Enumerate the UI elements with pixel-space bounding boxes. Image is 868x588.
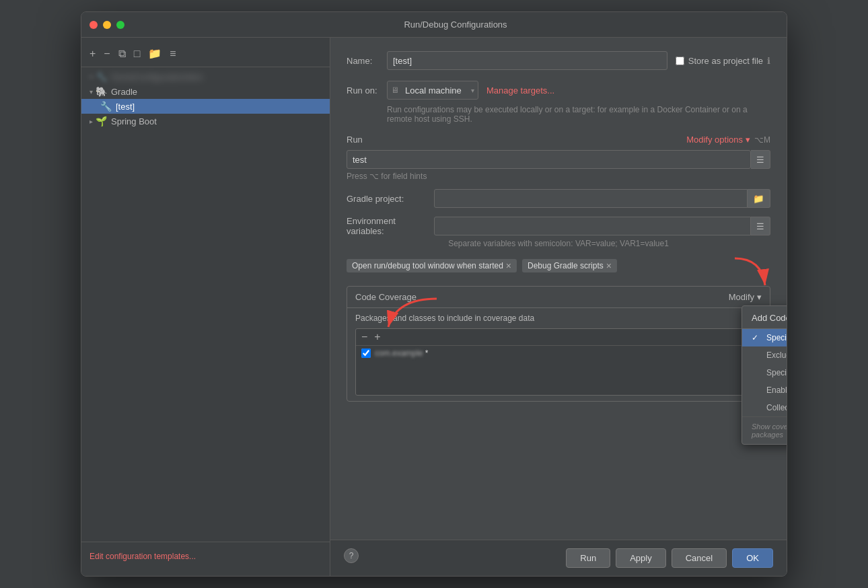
run-button[interactable]: Run — [566, 548, 610, 568]
main-panel: Name: Store as project file ℹ Run on: 🖥 … — [330, 38, 787, 576]
chevron-down-icon: ▾ — [746, 135, 750, 145]
run-section-header: Run Modify options ▾ ⌥M — [347, 135, 770, 145]
popup-specify-label: Specify classes and packages — [766, 333, 787, 342]
env-separator-hint: Separate variables with semicolon: VAR=v… — [347, 239, 770, 248]
popup-branch-label: Enable branch coverage and test tracking — [766, 385, 787, 395]
select-arrow-icon: ▾ — [471, 87, 474, 94]
env-variables-label: Environment variables: — [347, 216, 434, 236]
store-as-project-file-label: Store as project file — [688, 56, 763, 66]
modify-options-shortcut: ⌥M — [754, 135, 770, 145]
copy-config-button[interactable]: ⧉ — [116, 46, 129, 61]
coverage-item-text: com.example * — [375, 348, 428, 358]
gradle-project-row: Gradle project: 📁 — [347, 189, 770, 208]
test-icon: 🔧 — [100, 101, 112, 112]
dialog-content: Name: Store as project file ℹ Run on: 🖥 … — [330, 38, 787, 540]
store-as-project-file-area: Store as project file ℹ — [676, 56, 770, 66]
coverage-list: − + — [355, 328, 762, 396]
coverage-add-button[interactable]: + — [371, 330, 383, 344]
popup-item-exclude[interactable]: Exclude classes and packages — [742, 346, 787, 364]
popup-alternative-label: Specify alternative coverage runner — [766, 368, 787, 377]
cancel-button[interactable]: Cancel — [672, 548, 727, 568]
sort-config-button[interactable]: ≡ — [167, 46, 178, 61]
run-input[interactable] — [347, 150, 751, 169]
spring-boot-arrow-icon: ▸ — [89, 118, 93, 125]
gradle-project-input[interactable] — [434, 189, 748, 208]
spring-boot-icon: 🌱 — [96, 116, 107, 126]
manage-targets-link[interactable]: Manage targets... — [486, 85, 554, 96]
modify-coverage-button[interactable]: Modify ▾ — [729, 292, 762, 302]
run-on-hint: Run configurations may be executed local… — [347, 105, 770, 124]
sidebar-item-test[interactable]: 🔧 [test] — [81, 99, 330, 114]
sidebar: + − ⧉ □ 📁 ≡ ▾ 🔧 SomeConfigurationItem ▾ … — [81, 38, 330, 576]
run-debug-configurations-dialog: Run/Debug Configurations + − ⧉ □ 📁 ≡ ▾ 🔧… — [81, 11, 787, 577]
sidebar-footer: Edit configuration templates... — [81, 542, 330, 571]
traffic-lights — [89, 21, 124, 29]
coverage-label: Packages and classes to include in cover… — [355, 314, 762, 323]
popup-item-alternative[interactable]: Specify alternative coverage runner — [742, 364, 787, 381]
coverage-inner: Packages and classes to include in cover… — [347, 308, 770, 401]
store-as-project-file-checkbox[interactable] — [676, 57, 684, 65]
sidebar-item-spring-boot[interactable]: ▸ 🌱 Spring Boot — [81, 114, 330, 128]
code-coverage-header: Code Coverage Modify ▾ — [347, 287, 770, 308]
run-section-title: Run — [347, 135, 363, 145]
code-coverage-section: Code Coverage Modify ▾ — [347, 286, 770, 402]
help-button[interactable]: ? — [344, 548, 359, 563]
minimize-button[interactable] — [103, 21, 111, 29]
tag-open-run-debug: Open run/debug tool window when started … — [347, 259, 517, 272]
gradle-arrow-icon: ▾ — [89, 88, 93, 96]
popup-exclude-label: Exclude classes and packages — [766, 351, 787, 360]
name-row: Name: Store as project file ℹ — [347, 51, 770, 70]
test-label: [test] — [116, 102, 135, 112]
popup-collect-label: Collect coverage in test folders — [766, 403, 787, 412]
sidebar-item-blurred-1: ▾ 🔧 SomeConfigurationItem — [81, 70, 330, 84]
tag-debug-gradle-close[interactable]: × — [606, 261, 612, 270]
gradle-input-wrap: 📁 — [434, 189, 770, 208]
name-input[interactable] — [387, 51, 667, 70]
gradle-label: Gradle — [111, 87, 137, 97]
popup-item-branch[interactable]: Enable branch coverage and test tracking — [742, 381, 787, 399]
computer-icon: 🖥 — [391, 85, 399, 95]
run-on-select[interactable]: Local machine — [387, 81, 478, 100]
coverage-list-item: com.example * — [356, 346, 761, 361]
maximize-button[interactable] — [116, 21, 124, 29]
apply-button[interactable]: Apply — [616, 548, 666, 568]
env-expand-button[interactable]: ☰ — [751, 217, 770, 235]
coverage-remove-button[interactable]: − — [359, 330, 370, 344]
add-config-button[interactable]: + — [87, 46, 98, 61]
coverage-item-checkbox[interactable] — [361, 348, 371, 358]
run-on-label: Run on: — [347, 85, 387, 96]
tag-open-run-debug-label: Open run/debug tool window when started — [352, 261, 503, 270]
run-input-options-button[interactable]: ☰ — [751, 150, 770, 169]
ok-button[interactable]: OK — [732, 548, 773, 568]
move-config-button[interactable]: 📁 — [145, 46, 164, 61]
env-input-wrap: ☰ — [434, 217, 770, 235]
popup-description: Show coverage data only in specified cla… — [742, 416, 787, 444]
popup-item-specify[interactable]: ✓ Specify classes and packages — [742, 329, 787, 346]
run-on-row: Run on: 🖥 Local machine ▾ Manage targets… — [347, 81, 770, 100]
tags-row: Open run/debug tool window when started … — [347, 259, 770, 272]
modify-options-label: Modify options — [686, 135, 743, 145]
spring-boot-label: Spring Boot — [111, 116, 157, 126]
coverage-options-popup: Add Code Coverage Options ✓ Specify clas… — [742, 305, 787, 445]
remove-config-button[interactable]: − — [101, 46, 112, 61]
save-config-button[interactable]: □ — [131, 46, 143, 61]
gradle-icon: 🐘 — [96, 86, 107, 97]
gradle-browse-button[interactable]: 📁 — [748, 189, 770, 208]
dialog-title: Run/Debug Configurations — [133, 20, 779, 30]
edit-templates-link[interactable]: Edit configuration templates... — [81, 546, 330, 566]
checkmark-icon: ✓ — [752, 333, 761, 342]
sidebar-section: ▾ 🔧 SomeConfigurationItem ▾ 🐘 Gradle 🔧 [… — [81, 70, 330, 571]
tag-debug-gradle: Debug Gradle scripts × — [522, 259, 617, 272]
tag-debug-gradle-label: Debug Gradle scripts — [528, 261, 604, 270]
popup-item-collect[interactable]: Collect coverage in test folders — [742, 399, 787, 416]
gradle-project-label: Gradle project: — [347, 194, 434, 204]
tag-open-run-debug-close[interactable]: × — [506, 261, 511, 270]
sidebar-item-gradle[interactable]: ▾ 🐘 Gradle — [81, 84, 330, 99]
close-button[interactable] — [89, 21, 98, 29]
title-bar: Run/Debug Configurations — [81, 12, 787, 38]
info-icon: ℹ — [767, 56, 770, 66]
code-coverage-title: Code Coverage — [355, 292, 417, 302]
run-on-select-wrap: 🖥 Local machine ▾ — [387, 81, 478, 100]
env-variables-input[interactable] — [434, 217, 751, 235]
modify-options-button[interactable]: Modify options ▾ — [686, 135, 750, 145]
